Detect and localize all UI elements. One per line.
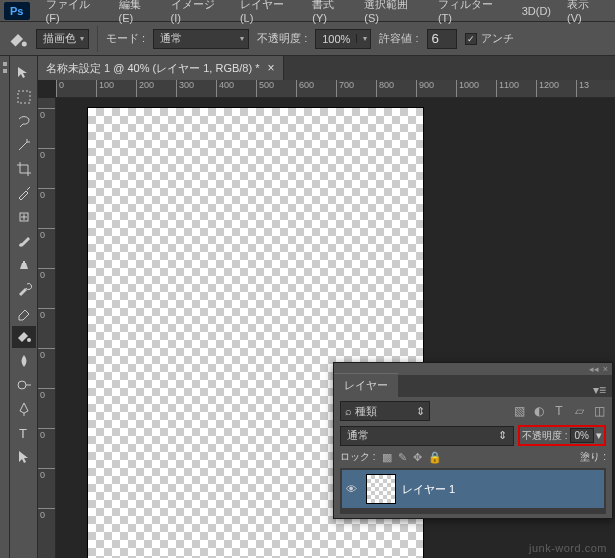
pen-tool[interactable] [12, 398, 36, 420]
ruler-tick: 1100 [496, 80, 519, 97]
layer-thumbnail[interactable] [366, 474, 396, 504]
magic-wand-tool[interactable] [12, 134, 36, 156]
filter-adjust-icon[interactable]: ◐ [532, 404, 546, 418]
close-icon[interactable]: × [268, 61, 275, 75]
menu-layer[interactable]: レイヤー(L) [232, 0, 304, 27]
chevron-down-icon: ▾ [80, 34, 84, 43]
lock-transparency-icon[interactable]: ▩ [382, 451, 392, 464]
lock-position-icon[interactable]: ✥ [413, 451, 422, 464]
chevron-updown-icon: ⇕ [498, 429, 507, 442]
lock-label: ロック : [340, 450, 376, 464]
ruler-tick: 0 [38, 228, 55, 240]
eraser-tool[interactable] [12, 302, 36, 324]
chevron-updown-icon: ⇕ [416, 405, 425, 418]
visibility-icon[interactable]: 👁 [346, 483, 360, 495]
ruler-tick: 0 [38, 308, 55, 320]
layer-name[interactable]: レイヤー 1 [402, 482, 455, 497]
ruler-tick: 400 [216, 80, 234, 97]
move-tool[interactable] [12, 62, 36, 84]
tolerance-input[interactable] [427, 29, 457, 49]
bucket-tool-preview-icon [8, 29, 28, 49]
lock-all-icon[interactable]: 🔒 [428, 451, 442, 464]
chevron-down-icon[interactable]: ▾ [596, 429, 602, 442]
app-logo: Ps [4, 2, 30, 20]
layers-tab[interactable]: レイヤー [334, 373, 398, 397]
ruler-tick: 800 [376, 80, 394, 97]
close-icon[interactable]: × [603, 364, 608, 374]
menu-file[interactable]: ファイル(F) [38, 0, 111, 27]
filter-smart-icon[interactable]: ◫ [592, 404, 606, 418]
filter-pixel-icon[interactable]: ▧ [512, 404, 526, 418]
lasso-tool[interactable] [12, 110, 36, 132]
brush-tool[interactable] [12, 230, 36, 252]
layers-panel: ◂◂ × レイヤー ▾≡ ⌕ 種類 ⇕ ▧ ◐ T ▱ ◫ 通常 ⇕ [333, 362, 613, 519]
marquee-tool[interactable] [12, 86, 36, 108]
ruler-tick: 0 [38, 108, 55, 120]
dodge-tool[interactable] [12, 374, 36, 396]
chevron-down-icon[interactable]: ▾ [356, 34, 370, 43]
antialias-label: アンチ [481, 31, 514, 46]
history-brush-tool[interactable] [12, 278, 36, 300]
ruler-tick: 1000 [456, 80, 479, 97]
menu-3d[interactable]: 3D(D) [514, 2, 559, 20]
ruler-tick: 13 [576, 80, 589, 97]
menu-select[interactable]: 選択範囲(S) [356, 0, 430, 27]
crop-tool[interactable] [12, 158, 36, 180]
layer-blend-value: 通常 [347, 428, 369, 443]
menu-edit[interactable]: 編集(E) [111, 0, 163, 27]
paint-bucket-tool[interactable] [12, 326, 36, 348]
opacity-input[interactable]: 100% ▾ [315, 29, 371, 49]
layer-filter-dropdown[interactable]: ⌕ 種類 ⇕ [340, 401, 430, 421]
eyedropper-tool[interactable] [12, 182, 36, 204]
blur-tool[interactable] [12, 350, 36, 372]
ruler-tick: 300 [176, 80, 194, 97]
ruler-tick: 0 [38, 188, 55, 200]
panel-menu-icon[interactable]: ▾≡ [587, 383, 612, 397]
menu-image[interactable]: イメージ(I) [163, 0, 232, 27]
clone-stamp-tool[interactable] [12, 254, 36, 276]
ruler-tick: 0 [38, 348, 55, 360]
ruler-tick: 0 [38, 388, 55, 400]
fill-label: 塗り : [580, 450, 606, 464]
ruler-tick: 0 [38, 428, 55, 440]
layer-blend-dropdown[interactable]: 通常 ⇕ [340, 426, 514, 446]
ruler-tick: 1200 [536, 80, 559, 97]
ruler-tick: 500 [256, 80, 274, 97]
document-tab[interactable]: 名称未設定 1 @ 40% (レイヤー 1, RGB/8) * × [38, 56, 284, 80]
ruler-tick: 0 [38, 148, 55, 160]
layer-opacity-value[interactable]: 0% [570, 428, 594, 443]
ruler-tick: 900 [416, 80, 434, 97]
fill-source-dropdown[interactable]: 描画色 ▾ [36, 29, 89, 49]
ruler-tick: 0 [38, 468, 55, 480]
svg-point-0 [22, 41, 27, 46]
healing-brush-tool[interactable] [12, 206, 36, 228]
layer-opacity-label: 不透明度 : [522, 429, 568, 443]
path-selection-tool[interactable] [12, 446, 36, 468]
menu-bar: Ps ファイル(F) 編集(E) イメージ(I) レイヤー(L) 書式(Y) 選… [0, 0, 615, 22]
menu-filter[interactable]: フィルター(T) [430, 0, 514, 27]
lock-paint-icon[interactable]: ✎ [398, 451, 407, 464]
search-icon: ⌕ [345, 405, 352, 417]
options-bar: 描画色 ▾ モード : 通常 ▾ 不透明度 : 100% ▾ 許容値 : ✓ ア… [0, 22, 615, 56]
tool-palette: T [10, 56, 38, 558]
layer-opacity-highlight: 不透明度 : 0% ▾ [518, 425, 606, 446]
collapse-icon[interactable]: ◂◂ [589, 364, 599, 374]
document-tab-row: 名称未設定 1 @ 40% (レイヤー 1, RGB/8) * × [38, 56, 615, 80]
layer-item[interactable]: 👁 レイヤー 1 [342, 470, 604, 508]
ruler-tick: 700 [336, 80, 354, 97]
blend-mode-dropdown[interactable]: 通常 ▾ [153, 29, 249, 49]
ruler-tick: 0 [38, 268, 55, 280]
menu-type[interactable]: 書式(Y) [304, 0, 356, 27]
chevron-down-icon: ▾ [240, 34, 244, 43]
filter-type-icon[interactable]: T [552, 404, 566, 418]
ruler-tick: 600 [296, 80, 314, 97]
ruler-tick: 0 [38, 508, 55, 520]
type-tool[interactable]: T [12, 422, 36, 444]
document-tab-title: 名称未設定 1 @ 40% (レイヤー 1, RGB/8) * [46, 61, 260, 76]
antialias-checkbox[interactable]: ✓ アンチ [465, 31, 514, 46]
filter-shape-icon[interactable]: ▱ [572, 404, 586, 418]
ruler-horizontal: 0100200300400500600700800900100011001200… [56, 80, 615, 98]
ruler-vertical: 00000000000 [38, 98, 56, 558]
menu-view[interactable]: 表示(V) [559, 0, 611, 27]
ruler-tick: 100 [96, 80, 114, 97]
